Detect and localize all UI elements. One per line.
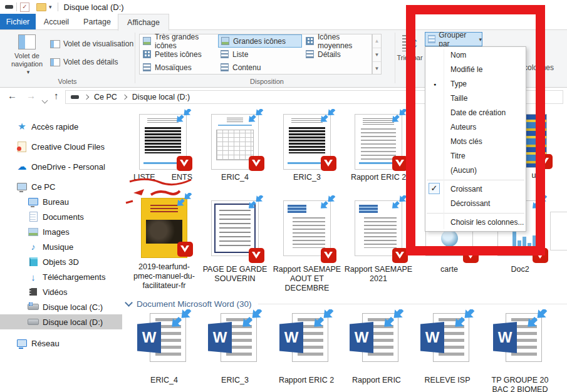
sidebar-item-documents[interactable]: Documents — [0, 209, 122, 224]
file-item[interactable]: Rapport SAEMAPE 2021 — [344, 198, 413, 284]
gallery-scroll-down-icon[interactable]: ▼ — [373, 48, 381, 62]
collapse-chevron-icon[interactable] — [125, 299, 133, 307]
sidebar-item-ce-pc[interactable]: Ce PC — [0, 179, 122, 194]
file-name: ERIC_3 — [273, 173, 341, 182]
list-view-icon — [221, 50, 229, 58]
file-item[interactable]: Rapport SAEMAPE AOUT ET DECEMBRE — [273, 198, 341, 293]
medium-icons-icon — [306, 37, 314, 45]
pdf-badge-icon — [249, 248, 264, 263]
file-name: Rapport ERIC 2 — [272, 376, 341, 385]
volet-visualisation-button[interactable]: Volet de visualisation — [50, 39, 133, 49]
view-icones-moyennes[interactable]: Icônes moyennes — [303, 34, 371, 48]
breadcrumb-chevron — [122, 95, 127, 100]
breadcrumb-disque-d[interactable]: Disque local (D:) — [132, 93, 190, 101]
file-name: RELEVE ISP — [413, 376, 482, 385]
view-grandes-icones-selected[interactable]: Grandes icônes — [218, 34, 302, 48]
file-item[interactable]: 2019-tearfund-pmec-manuel-du-facilitateu… — [130, 198, 199, 291]
file-name: Rapport SAEMAPE 2021 — [344, 265, 413, 284]
file-item[interactable]: ERIC_3 — [273, 114, 341, 182]
file-item[interactable]: W ERIC_3 — [200, 312, 269, 385]
view-tres-grandes-icones[interactable]: Très grandes icônes — [140, 34, 217, 48]
tiles-view-icon — [143, 63, 151, 71]
volet-details-button[interactable]: Volet des détails — [50, 57, 118, 67]
sidebar-item-onedrive[interactable]: ☁OneDrive - Personal — [0, 159, 122, 174]
file-item[interactable]: LISTEENTS — [128, 114, 197, 182]
breadcrumb-ce-pc[interactable]: Ce PC — [94, 93, 117, 101]
file-name: TP GROUPE 20 BAC 2 BIOMED — [486, 376, 554, 392]
sidebar-item-reseau[interactable]: Réseau — [0, 336, 122, 351]
annotation-rectangle — [406, 5, 545, 255]
back-button[interactable]: ← — [8, 90, 17, 101]
file-name: PAGE DE GARDE SOUVERIN — [200, 265, 269, 284]
word-file-icon: W — [420, 312, 474, 369]
onedrive-cloud-icon: ☁ — [16, 162, 28, 172]
file-item[interactable]: ERIC_4 — [200, 114, 269, 182]
group-label-disposition: Disposition — [139, 78, 395, 86]
recent-locations-caret[interactable] — [43, 94, 47, 105]
qat-dropdown-caret[interactable]: ▾ — [49, 4, 52, 10]
sync-overlay-icon — [311, 309, 336, 332]
file-item[interactable]: Rapport ERIC 2 — [344, 114, 413, 182]
sidebar-item-images[interactable]: Images — [0, 224, 122, 239]
group-header-word[interactable]: Document Microsoft Word (30) — [126, 298, 567, 309]
sync-overlay-icon — [381, 309, 406, 332]
sidebar-item-telechargements[interactable]: ↓Téléchargements — [0, 269, 122, 284]
file-name: Rapport ERIC 2 — [344, 173, 413, 182]
view-contenu[interactable]: Contenu — [218, 61, 302, 74]
sync-overlay-icon — [452, 309, 477, 332]
gallery-more-icon[interactable]: ▼ — [373, 62, 381, 75]
group-separator — [135, 33, 135, 83]
view-petites-icones[interactable]: Petites icônes — [140, 48, 217, 61]
folder-icon[interactable] — [36, 3, 46, 11]
sync-overlay-icon — [524, 309, 549, 332]
word-file-icon: W — [350, 312, 403, 369]
file-name: carte — [415, 265, 484, 274]
network-icon — [16, 338, 28, 348]
sidebar-item-videos[interactable]: Vidéos — [0, 284, 122, 299]
checkmark-icon[interactable]: ✓ — [20, 3, 29, 12]
gallery-scrollbar[interactable]: ▲ ▼ ▼ — [372, 34, 382, 75]
volet-navigation-button[interactable]: Volet de navigation▾ — [9, 34, 45, 76]
file-item[interactable]: W ERIC_4 — [130, 312, 199, 385]
sidebar-item-acces-rapide[interactable]: ★Accès rapide — [0, 119, 122, 134]
sync-overlay-icon — [239, 309, 264, 332]
videos-icon — [28, 287, 39, 297]
sidebar-item-bureau[interactable]: Bureau — [0, 194, 122, 209]
view-details[interactable]: Détails — [303, 48, 371, 61]
navigation-pane-icon — [18, 34, 36, 49]
word-file-icon: W — [279, 312, 333, 369]
large-icons-icon — [221, 37, 229, 45]
xl-icons-icon — [143, 37, 151, 45]
up-button[interactable]: ↑ — [54, 90, 59, 101]
tab-affichage[interactable]: Affichage — [118, 14, 169, 31]
forward-button[interactable]: → — [26, 90, 36, 101]
sidebar-item-creative-cloud[interactable]: Creative Cloud Files — [0, 139, 122, 154]
sidebar-item-musique[interactable]: ♪Musique — [0, 239, 122, 254]
sidebar-item-disque-d[interactable]: Disque local (D:) — [0, 314, 122, 329]
pdf-badge-icon — [177, 156, 192, 171]
sync-overlay-icon — [246, 109, 265, 126]
pictures-icon — [28, 227, 39, 237]
sidebar-item-objets-3d[interactable]: Objets 3D — [0, 254, 122, 269]
tab-accueil[interactable]: Accueil — [36, 14, 76, 29]
file-name: ERIC_4 — [130, 376, 199, 385]
gallery-scroll-up-icon[interactable]: ▲ — [373, 34, 381, 48]
redaction-scribble — [125, 174, 200, 207]
file-item-partial[interactable] — [550, 212, 567, 250]
tab-partage[interactable]: Partage — [76, 14, 118, 29]
dropdown-caret: ▾ — [27, 68, 30, 76]
breadcrumb-chevron — [84, 95, 89, 100]
drive-icon[interactable] — [5, 5, 13, 9]
file-item[interactable]: W Rapport ERIC 2 — [272, 312, 341, 385]
view-mosaiques[interactable]: Mosaïques — [140, 61, 217, 74]
file-item[interactable]: W RELEVE ISP — [413, 312, 482, 385]
file-item[interactable]: PAGE DE GARDE SOUVERIN — [200, 198, 269, 284]
sidebar-item-disque-c[interactable]: Disque local (C:) — [0, 299, 122, 314]
tab-fichier[interactable]: Fichier — [0, 14, 36, 29]
window-title: Disque local (D:) — [64, 3, 124, 12]
file-item[interactable]: W TP GROUPE 20 BAC 2 BIOMED — [486, 312, 554, 392]
word-file-icon: W — [137, 312, 191, 369]
view-liste[interactable]: Liste — [218, 48, 302, 61]
file-item[interactable]: W Rapport ERIC — [342, 312, 411, 385]
group-label-volets: Volets — [0, 78, 135, 86]
